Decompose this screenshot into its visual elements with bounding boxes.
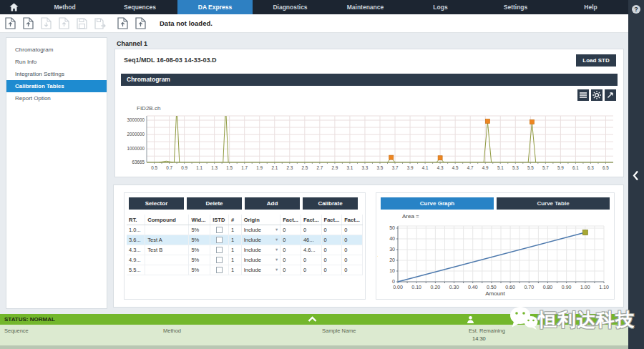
calibrate-button[interactable]: Calibrate xyxy=(303,197,358,210)
svg-text:5.3: 5.3 xyxy=(512,165,519,170)
user-icon[interactable] xyxy=(467,315,474,323)
col-header-4: # xyxy=(229,215,242,225)
factor-cell: 0 xyxy=(280,255,301,265)
load-data-icon[interactable] xyxy=(4,16,16,30)
tab-sequences[interactable]: Sequences xyxy=(102,0,177,14)
svg-text:0.60: 0.60 xyxy=(505,285,515,290)
col-header-2: Wid... xyxy=(189,215,210,225)
tab-curve-table[interactable]: Curve Table xyxy=(497,197,610,210)
istd-checkbox[interactable] xyxy=(216,227,223,233)
expand-status-chevron-icon[interactable] xyxy=(308,316,317,323)
chevron-down-icon: ▾ xyxy=(275,237,278,242)
istd-checkbox[interactable] xyxy=(216,257,223,263)
origin-dropdown[interactable]: Include▾ xyxy=(241,225,280,235)
tab-da-express[interactable]: DA Express xyxy=(177,0,253,14)
sidebar-item-report-option[interactable]: Report Option xyxy=(6,92,107,104)
istd-checkbox-cell[interactable] xyxy=(210,225,229,235)
sidebar-item-run-info[interactable]: Run Info xyxy=(6,56,107,68)
table-row[interactable]: 3.6...Test A5%1Include▾046...00 xyxy=(127,235,363,245)
bottom-strip xyxy=(0,345,628,349)
save-data-icon xyxy=(76,16,88,30)
factor-cell: 46... xyxy=(301,235,321,245)
curve-equation-label: Area = xyxy=(402,213,419,220)
svg-text:1.7: 1.7 xyxy=(241,165,248,170)
factor-cell: 0 xyxy=(342,235,363,245)
origin-dropdown[interactable]: Include▾ xyxy=(241,265,280,275)
svg-text:2.1: 2.1 xyxy=(271,165,278,170)
cell: 4.3... xyxy=(127,245,145,255)
factor-cell: 0 xyxy=(342,255,363,265)
factor-cell: 0 xyxy=(301,255,321,265)
tab-diagnostics[interactable]: Diagnostics xyxy=(253,0,328,14)
svg-text:6.1: 6.1 xyxy=(572,165,579,170)
factor-cell: 4.6... xyxy=(301,245,321,255)
svg-text:50: 50 xyxy=(389,225,395,230)
calibration-curve-plot[interactable]: 010203040500.000.100.200.300.400.500.600… xyxy=(378,220,613,292)
wechat-logo-icon xyxy=(509,306,538,330)
collapse-panel-icon[interactable] xyxy=(633,170,639,181)
origin-dropdown[interactable]: Include▾ xyxy=(241,245,280,255)
delete-button[interactable]: Delete xyxy=(187,197,242,210)
tab-curve-graph[interactable]: Curve Graph xyxy=(381,197,494,210)
tab-help[interactable]: Help xyxy=(553,0,628,14)
origin-dropdown[interactable]: Include▾ xyxy=(241,235,280,245)
tab-settings[interactable]: Settings xyxy=(478,0,553,14)
svg-text:1.5: 1.5 xyxy=(226,165,233,170)
table-row[interactable]: 5.5...5%1Include▾0000 xyxy=(127,265,363,275)
cell: 1 xyxy=(229,225,242,235)
table-row[interactable]: 1.0...5%1Include▾0000 xyxy=(127,225,363,235)
load-previous-data-icon[interactable] xyxy=(117,16,129,30)
chart-expand-icon[interactable] xyxy=(605,89,616,101)
tab-maintenance[interactable]: Maintenance xyxy=(328,0,403,14)
sidebar-item-integration-settings[interactable]: Integration Settings xyxy=(6,68,107,80)
factor-cell: 0 xyxy=(321,235,342,245)
table-row[interactable]: 4.3...Test B5%1Include▾04.6...00 xyxy=(127,245,363,255)
chart-settings-gear-icon[interactable] xyxy=(591,89,602,101)
help-icon[interactable]: ? xyxy=(632,5,640,14)
tab-logs[interactable]: Logs xyxy=(403,0,478,14)
chart-menu-icon[interactable] xyxy=(577,89,589,101)
load-next-data-icon[interactable] xyxy=(135,16,147,30)
selector-button[interactable]: Selector xyxy=(129,197,184,210)
origin-dropdown[interactable]: Include▾ xyxy=(241,255,280,265)
load-std-button[interactable]: Load STD xyxy=(576,54,616,67)
istd-checkbox-cell[interactable] xyxy=(210,245,229,255)
cell: Test B xyxy=(145,245,189,255)
svg-text:3.5: 3.5 xyxy=(377,165,384,170)
load-data-set-icon[interactable] xyxy=(22,16,34,30)
col-header-9: Fact... xyxy=(342,215,363,225)
istd-checkbox[interactable] xyxy=(216,237,223,243)
istd-checkbox-cell[interactable] xyxy=(210,265,229,275)
istd-checkbox-cell[interactable] xyxy=(210,235,229,245)
chevron-down-icon: ▾ xyxy=(275,227,278,232)
nav-tabs: MethodSequencesDA ExpressDiagnosticsMain… xyxy=(27,0,628,14)
svg-text:3.1: 3.1 xyxy=(347,165,353,170)
home-button[interactable] xyxy=(0,0,27,14)
svg-text:1.10: 1.10 xyxy=(599,285,609,290)
curve-tabs: Curve GraphCurve Table xyxy=(381,197,613,210)
cell: 1.0... xyxy=(127,225,145,235)
sidebar-item-chromatogram[interactable]: Chromatogram xyxy=(6,44,107,56)
istd-checkbox[interactable] xyxy=(216,247,223,253)
add-button[interactable]: Add xyxy=(245,197,300,210)
svg-text:5.1: 5.1 xyxy=(497,165,504,170)
cell: 1 xyxy=(229,255,242,265)
col-header-0: RT. xyxy=(127,215,145,225)
calibration-buttons: SelectorDeleteAddCalibrate xyxy=(129,197,361,210)
data-status-text: Data not loaded. xyxy=(160,19,213,27)
cell: 4.9... xyxy=(127,255,145,265)
status-field-sequence: Sequence xyxy=(4,328,29,334)
col-header-1: Compound xyxy=(145,215,189,225)
istd-checkbox-cell[interactable] xyxy=(210,255,229,265)
est-remaining-value: 14:30 xyxy=(472,335,486,342)
chromatogram-plot[interactable]: 636651000000200000030000000.50.70.91.11.… xyxy=(121,112,619,174)
tab-method[interactable]: Method xyxy=(27,0,102,14)
table-row[interactable]: 4.9...5%1Include▾0000 xyxy=(127,255,363,265)
sidebar-item-calibration-tables[interactable]: Calibration Tables xyxy=(6,80,107,92)
svg-text:5.7: 5.7 xyxy=(542,165,549,170)
istd-checkbox[interactable] xyxy=(216,267,223,273)
channel-card: Seq1/MDL 16-08-03 14-33-03.D Load STD Ch… xyxy=(114,49,624,177)
chart-toolbar xyxy=(575,89,616,101)
col-header-8: Fact... xyxy=(321,215,342,225)
sidebar: ChromatogramRun InfoIntegration Settings… xyxy=(6,37,107,309)
